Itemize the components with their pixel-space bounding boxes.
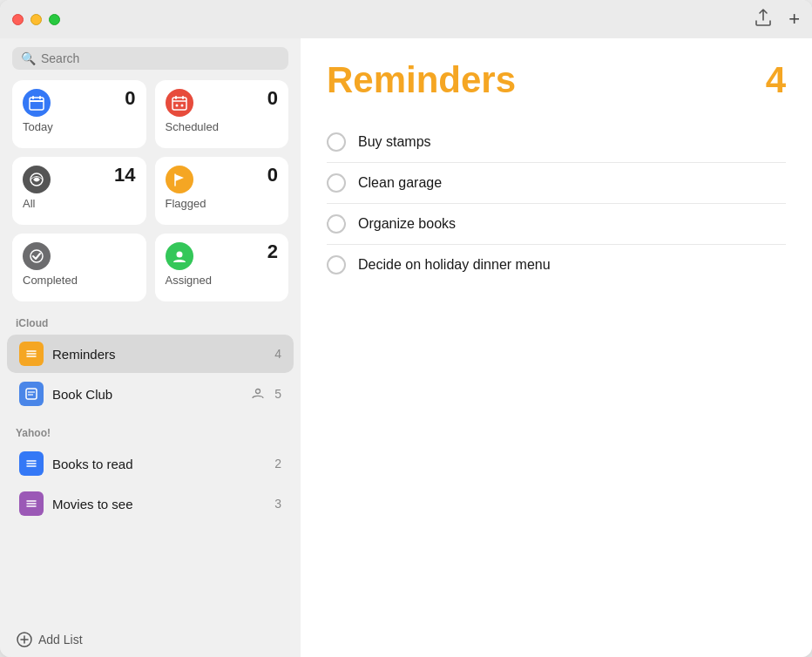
svg-text:31: 31 [33, 104, 39, 109]
yahoo-section-header: Yahoo! [0, 423, 301, 444]
books-to-read-icon [19, 451, 44, 476]
add-button[interactable]: + [788, 8, 800, 30]
svg-rect-6 [175, 96, 177, 99]
svg-rect-7 [182, 96, 184, 99]
search-bar[interactable]: 🔍 [12, 47, 288, 70]
smart-list-scheduled[interactable]: 0 Scheduled [155, 80, 289, 148]
scheduled-icon [166, 89, 193, 117]
reminder-item: Clean garage [327, 163, 786, 204]
smart-list-completed[interactable]: Completed [12, 234, 146, 301]
share-button[interactable] [755, 9, 771, 30]
reminders-list: Buy stamps Clean garage Organize books D… [327, 122, 786, 285]
scheduled-count: 0 [267, 89, 278, 108]
main-header: Reminders 4 [327, 59, 786, 101]
books-to-read-count: 2 [274, 457, 281, 471]
scheduled-label: Scheduled [166, 120, 279, 133]
svg-rect-3 [30, 100, 44, 102]
svg-rect-2 [39, 96, 41, 99]
reminder-checkbox-2[interactable] [327, 173, 346, 193]
search-input[interactable] [41, 51, 280, 65]
today-count: 0 [125, 89, 135, 108]
main-content: Reminders 4 Buy stamps Clean garage Orga… [301, 38, 812, 657]
flagged-label: Flagged [166, 197, 279, 210]
list-item-movies-to-see[interactable]: Movies to see 3 [7, 484, 294, 523]
smart-list-all[interactable]: 14 All [12, 157, 146, 225]
main-title: Reminders [327, 59, 516, 101]
svg-rect-1 [32, 96, 34, 99]
svg-point-14 [176, 252, 182, 258]
svg-point-9 [175, 105, 178, 107]
add-list-button[interactable]: Add List [0, 622, 301, 657]
movies-to-see-count: 3 [274, 497, 281, 511]
assigned-icon [166, 242, 193, 270]
icloud-section-header: iCloud [0, 314, 301, 335]
completed-icon [23, 242, 51, 270]
svg-point-10 [180, 105, 183, 107]
smart-list-assigned[interactable]: 2 Assigned [155, 234, 289, 301]
search-icon: 🔍 [21, 51, 36, 65]
flagged-count: 0 [267, 166, 278, 185]
smart-list-today[interactable]: 31 0 Today [12, 80, 146, 148]
reminder-text-4: Decide on holiday dinner menu [358, 257, 551, 273]
reminder-checkbox-1[interactable] [327, 132, 346, 152]
reminders-list-icon [19, 342, 44, 366]
reminders-list-name: Reminders [52, 347, 266, 362]
close-button[interactable] [12, 14, 24, 25]
assigned-count: 2 [267, 242, 278, 261]
all-count: 14 [114, 166, 135, 185]
completed-label: Completed [23, 274, 136, 287]
sidebar: 🔍 31 [0, 38, 301, 657]
traffic-lights [12, 14, 60, 25]
assigned-label: Assigned [166, 274, 279, 287]
all-label: All [23, 197, 136, 210]
title-bar: + [0, 0, 812, 38]
reminder-item: Organize books [327, 204, 786, 245]
shared-icon [250, 385, 266, 403]
reminders-list-count: 4 [274, 347, 281, 361]
today-icon: 31 [23, 89, 51, 117]
svg-rect-18 [26, 389, 37, 399]
today-label: Today [23, 120, 136, 133]
app-window: + 🔍 [0, 0, 812, 657]
movies-to-see-icon [19, 491, 44, 516]
book-club-list-name: Book Club [52, 387, 241, 402]
reminder-item: Buy stamps [327, 122, 786, 163]
title-bar-actions: + [755, 8, 800, 30]
smart-lists-grid: 31 0 Today [0, 80, 301, 314]
all-icon [23, 166, 51, 193]
books-to-read-name: Books to read [52, 457, 266, 471]
list-item-book-club[interactable]: Book Club 5 [7, 375, 294, 413]
reminder-checkbox-3[interactable] [327, 214, 346, 234]
reminder-item: Decide on holiday dinner menu [327, 245, 786, 285]
maximize-button[interactable] [49, 14, 60, 25]
reminder-text-1: Buy stamps [358, 134, 431, 150]
svg-point-21 [256, 389, 261, 393]
smart-list-flagged[interactable]: 0 Flagged [155, 157, 289, 225]
list-item-books-to-read[interactable]: Books to read 2 [7, 444, 294, 483]
reminder-checkbox-4[interactable] [327, 255, 346, 274]
main-count: 4 [766, 59, 786, 101]
movies-to-see-name: Movies to see [52, 497, 266, 511]
content-area: 🔍 31 [0, 38, 812, 657]
list-item-reminders[interactable]: Reminders 4 [7, 335, 294, 373]
add-list-label: Add List [38, 633, 83, 647]
flagged-icon [166, 166, 193, 193]
book-club-list-count: 5 [274, 387, 281, 401]
minimize-button[interactable] [30, 14, 42, 25]
reminder-text-3: Organize books [358, 216, 456, 232]
reminder-text-2: Clean garage [358, 175, 442, 191]
book-club-list-icon [19, 382, 44, 406]
svg-rect-5 [173, 98, 186, 110]
